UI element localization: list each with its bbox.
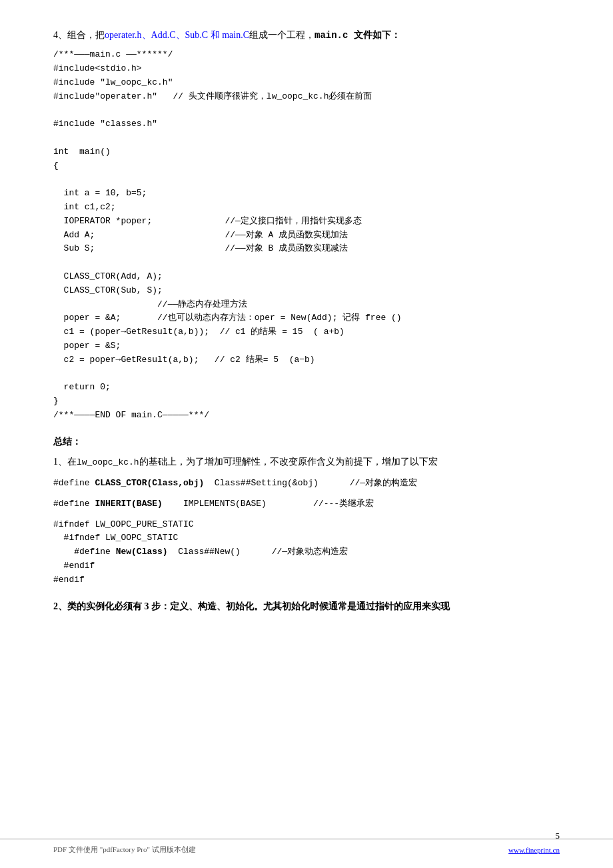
summary-item-1: 1、在lw_oopc_kc.h的基础上，为了增加可理解性，不改变原作含义为前提下… [53, 453, 560, 470]
ifndef-static: #ifndef LW_OOPC_STATIC [53, 531, 560, 545]
end-comment: /***————END OF main.C—————***/ [53, 409, 560, 423]
code-block-main: /***———main.c ——******/ #include<stdio.h… [53, 48, 560, 423]
summary-section: 总结： 1、在lw_oopc_kc.h的基础上，为了增加可理解性，不改变原作含义… [53, 436, 560, 615]
footer-text: PDF 文件使用 "pdfFactory Pro" 试用版本创建 [53, 845, 196, 855]
close-brace: } [53, 395, 560, 409]
footer: PDF 文件使用 "pdfFactory Pro" 试用版本创建 www.fin… [0, 839, 613, 855]
ifndef-pure-static: #ifndef LW_OOPC_PURE_STATIC [53, 518, 560, 532]
endif-pure: #endif [53, 573, 560, 587]
blank-3 [53, 173, 560, 187]
section-4: 4、组合，把operater.h、Add.C、Sub.C 和 main.C组成一… [53, 27, 560, 423]
blank-5 [53, 367, 560, 381]
ifndef-block: #ifndef LW_OOPC_PURE_STATIC #ifndef LW_O… [53, 518, 560, 587]
include-lw: #include "lw_oopc_kc.h" [53, 76, 560, 90]
int-c1-c2: int c1,c2; [53, 201, 560, 215]
include-classes: #include "classes.h" [53, 117, 560, 131]
poper-s: poper = &S; [53, 339, 560, 353]
return-0: return 0; [53, 381, 560, 395]
define-new: #define New(Class) Class##New() //—对象动态构… [53, 545, 560, 559]
include-stdio: #include<stdio.h> [53, 62, 560, 76]
summary-heading: 总结： [53, 436, 560, 448]
comment-line-1: /***———main.c ——******/ [53, 48, 560, 62]
define-ctor-line: #define CLASS_CTOR(Class,obj) Class##Set… [53, 477, 560, 491]
include-operater: #include"operater.h" // 头文件顺序很讲究，lw_oopc… [53, 90, 560, 104]
add-a: Add A; //——对象 A 成员函数实现加法 [53, 229, 560, 243]
blank-4 [53, 256, 560, 270]
endif-static: #endif [53, 559, 560, 573]
int-main: int main() [53, 145, 560, 159]
page-container: 4、组合，把operater.h、Add.C、Sub.C 和 main.C组成一… [0, 0, 613, 868]
poper-a: poper = &A; //也可以动态内存方法：oper = New(Add);… [53, 311, 560, 325]
blank-2 [53, 131, 560, 145]
class-ctor-add: CLASS_CTOR(Add, A); [53, 270, 560, 284]
int-a: int a = 10, b=5; [53, 187, 560, 201]
static-comment: //——静态内存处理方法 [53, 298, 560, 312]
class-ctor-sub: CLASS_CTOR(Sub, S); [53, 284, 560, 298]
define-inherit-line: #define INHERIT(BASE) IMPLEMENTS(BASE) /… [53, 497, 560, 511]
section-4-heading: 4、组合，把operater.h、Add.C、Sub.C 和 main.C组成一… [53, 27, 560, 44]
sub-s: Sub S; //——对象 B 成员函数实现减法 [53, 242, 560, 256]
define-inherit: #define INHERIT(BASE) IMPLEMENTS(BASE) /… [53, 497, 560, 511]
c1-result: c1 = (poper→GetResult(a,b)); // c1 的结果 =… [53, 325, 560, 339]
footer-link[interactable]: www.fineprint.cn [508, 846, 560, 854]
open-brace: { [53, 159, 560, 173]
c2-result: c2 = poper→GetResult(a,b); // c2 结果= 5 (… [53, 353, 560, 367]
summary-item-2: 2、类的实例化必须有 3 步：定义、构造、初始化。尤其初始化时候通常是通过指针的… [53, 598, 560, 615]
ioperator: IOPERATOR *poper; //—定义接口指针，用指针实现多态 [53, 215, 560, 229]
blank-1 [53, 103, 560, 117]
define-class-ctor: #define CLASS_CTOR(Class,obj) Class##Set… [53, 477, 560, 491]
